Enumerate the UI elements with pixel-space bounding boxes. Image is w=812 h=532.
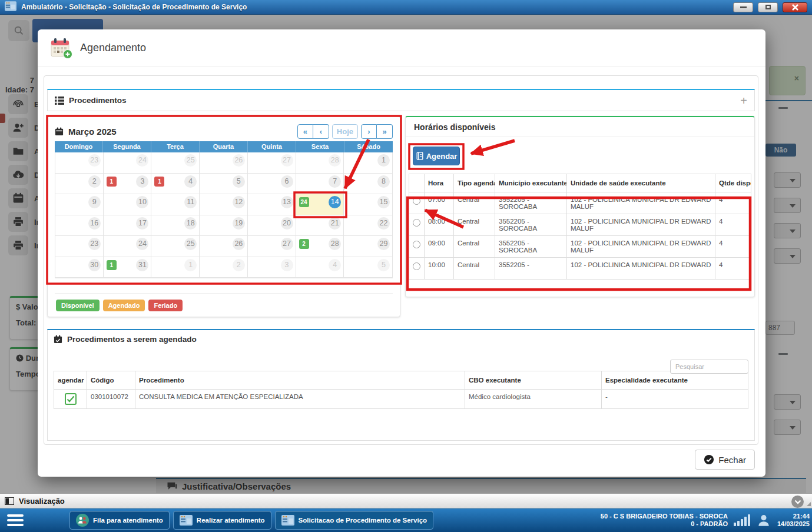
collapse-chevron-button[interactable] — [791, 496, 804, 508]
calendar-day-cell[interactable]: 29 — [344, 236, 392, 257]
agendado-column-header: Código — [87, 371, 135, 390]
slot-qtde: 4 — [715, 192, 751, 214]
calendar-day-cell[interactable]: 5 — [344, 257, 392, 278]
calendar-day-cell[interactable]: 17 — [104, 215, 152, 237]
calendar-day-cell[interactable]: 2 — [55, 174, 104, 195]
calendar-day-cell[interactable]: 18 — [151, 215, 200, 237]
calendar-day-cell[interactable]: 23 — [55, 152, 104, 174]
calendar-day-cell[interactable]: 21 — [296, 215, 344, 237]
calendar-day-cell[interactable]: 20 — [248, 215, 296, 237]
calendar-day-cell[interactable]: 28 — [296, 152, 344, 174]
calendar-day-cell[interactable]: 6 — [248, 174, 296, 195]
calendar-day-cell[interactable]: 5 — [200, 174, 248, 195]
horarios-table: HoraTipo agendaMunicípio executanteUnida… — [409, 174, 751, 280]
calendar-day-cell[interactable]: 7 — [296, 174, 344, 195]
user-icon[interactable] — [756, 513, 771, 528]
next-year-button[interactable]: » — [377, 124, 393, 139]
taskbar-item-3[interactable]: Solicitacao de Procedimento de Serviço — [275, 511, 434, 530]
slot-hora: 09:00 — [425, 236, 454, 258]
calendar-day-cell[interactable]: 9 — [55, 194, 104, 215]
calendar-day-cell[interactable]: 10 — [104, 194, 152, 215]
calendar-day-cell[interactable]: 12 — [200, 194, 248, 215]
calendar-day-number: 13 — [281, 196, 293, 208]
columns-icon — [5, 497, 14, 505]
calendar-day-name: Sexta — [296, 141, 344, 152]
calendar-day-cell[interactable]: 11 — [151, 194, 200, 215]
calendar-day-cell[interactable]: 2 — [200, 257, 248, 278]
maximize-button[interactable] — [758, 2, 778, 12]
calendar-day-cell[interactable]: 1 — [344, 152, 392, 174]
calendar-day-cell[interactable]: 30 — [55, 257, 104, 278]
calendar-day-number: 15 — [377, 196, 390, 208]
calendar-day-cell[interactable]: 3 — [248, 257, 296, 278]
fechar-button[interactable]: Fechar — [695, 450, 755, 470]
slot-radio[interactable] — [413, 241, 420, 248]
calendar-day-cell[interactable]: 2414 — [296, 194, 344, 215]
calendar-day-cell[interactable]: 24 — [104, 236, 152, 257]
calendar-day-badge: 1 — [154, 177, 164, 187]
calendar-day-number: 2 — [233, 259, 245, 271]
calendar-day-cell[interactable]: 27 — [248, 236, 296, 257]
calendar-day-number: 23 — [88, 238, 101, 250]
calendar-day-cell[interactable]: 27 — [248, 152, 296, 174]
agendado-table: agendarCódigoProcedimentoCBO executanteE… — [54, 371, 748, 409]
today-button[interactable]: Hoje — [332, 124, 358, 139]
calendar-day-cell[interactable]: 228 — [296, 236, 344, 257]
slot-unidade: 102 - POLICLINICA MUNICIPAL DR EDWARD MA… — [567, 192, 715, 214]
expand-procedimentos-button[interactable]: + — [740, 95, 747, 107]
calendar-day-cell[interactable]: 25 — [151, 236, 200, 257]
calendar-day-number: 6 — [281, 175, 293, 188]
calendar-day-number: 3 — [281, 259, 293, 271]
resize-grip[interactable] — [807, 502, 811, 506]
agendar-button[interactable]: Agendar — [413, 147, 460, 165]
horario-row[interactable]: 08:00Central3552205 - SOROCABA102 - POLI… — [409, 214, 751, 236]
calendar-day-number: 22 — [377, 217, 390, 230]
calendar-grid: 2324252627281213145678910111213241415161… — [55, 152, 393, 278]
legend-badge-disponível: Disponível — [56, 300, 100, 311]
prev-year-button[interactable]: « — [297, 124, 313, 139]
minimize-button[interactable] — [733, 2, 753, 12]
horario-row[interactable]: 09:00Central3552205 - SOROCABA102 - POLI… — [409, 236, 751, 258]
agendado-section: Procedimentos a serem agendado agendarCó… — [47, 329, 755, 441]
slot-qtde: 4 — [715, 236, 751, 258]
next-month-button[interactable]: › — [361, 124, 377, 139]
calendar-day-cell[interactable]: 8 — [344, 174, 392, 195]
taskbar-item-2[interactable]: Realizar atendimento — [173, 511, 271, 530]
calendar-day-cell[interactable]: 23 — [55, 236, 104, 257]
prev-month-button[interactable]: ‹ — [313, 124, 329, 139]
close-button[interactable] — [783, 2, 807, 12]
calendar-day-cell[interactable]: 22 — [344, 215, 392, 237]
slot-radio[interactable] — [413, 197, 420, 205]
clock-date: 14/03/2025 — [777, 520, 810, 528]
calendar-day-cell[interactable]: 26 — [200, 236, 248, 257]
calendar-day-cell[interactable]: 25 — [151, 152, 200, 174]
procedure-checkbox[interactable] — [65, 393, 77, 405]
calendar-day-number: 10 — [136, 196, 148, 208]
calendar-day-cell[interactable]: 15 — [344, 194, 392, 215]
calendar-day-cell[interactable]: 1 — [151, 257, 200, 278]
calendar-day-cell[interactable]: 13 — [248, 194, 296, 215]
check-icon — [67, 395, 75, 403]
slot-radio[interactable] — [413, 219, 420, 227]
calendar-day-cell[interactable]: 16 — [55, 215, 104, 237]
search-input[interactable] — [670, 360, 748, 374]
horario-row[interactable]: 07:00Central3552205 - SOROCABA102 - POLI… — [409, 192, 751, 214]
calendar-day-cell[interactable]: 4 — [296, 257, 344, 278]
calendar-day-cell[interactable]: 131 — [104, 257, 152, 278]
calendar-day-number: 24 — [136, 238, 148, 250]
taskbar-item-1[interactable]: Fila para atendimento — [69, 511, 170, 530]
calendar-day-cell[interactable]: 24 — [104, 152, 152, 174]
procedure-row[interactable]: 0301010072CONSULTA MEDICA EM ATENÇÃO ESP… — [54, 390, 748, 409]
calendar-day-cell[interactable]: 14 — [151, 174, 200, 195]
legend-badge-feriado: Feriado — [148, 300, 183, 311]
calendar-day-cell[interactable]: 13 — [104, 174, 152, 195]
menu-hamburger-button[interactable] — [7, 514, 24, 526]
visualizacao-label: Visualização — [19, 497, 65, 506]
agendado-column-header: Procedimento — [135, 371, 465, 390]
calendar-day-cell[interactable]: 19 — [200, 215, 248, 237]
calendar-day-cell[interactable]: 26 — [200, 152, 248, 174]
horario-row[interactable]: 10:00Central3552205 -102 - POLICLINICA M… — [409, 258, 751, 280]
calendar-day-number: 25 — [184, 238, 197, 250]
procedure-code: 0301010072 — [87, 390, 135, 409]
slot-radio[interactable] — [413, 262, 420, 270]
